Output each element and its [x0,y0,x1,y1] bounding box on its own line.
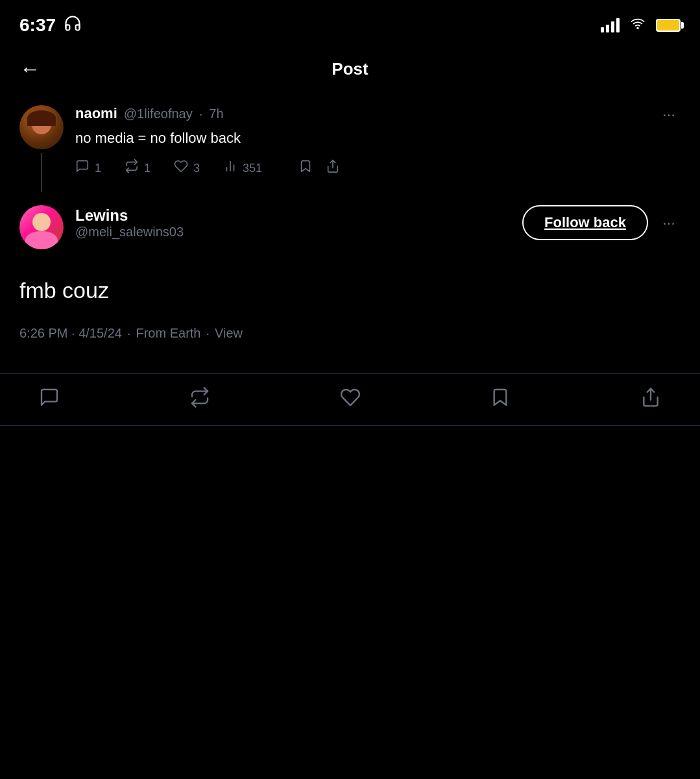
view-label[interactable]: View [215,326,243,341]
signal-bar-1 [601,27,604,32]
thread-line [41,153,42,192]
svg-point-0 [637,27,638,29]
reply-user-info: Lewins @meli_salewins03 Follow back ··· [75,205,681,243]
bottom-action-bar [0,373,700,426]
bottom-bookmark-button[interactable] [490,387,511,412]
meta-separator-2: · [206,326,210,341]
wifi-icon [629,16,647,34]
nav-header: ← Post [0,45,700,92]
meta-separator-1: · [127,326,131,341]
reply-count: 1 [95,162,101,175]
battery-icon [656,19,681,32]
share-button[interactable] [326,159,340,177]
post-location: From Earth [136,326,200,341]
bottom-reply-button[interactable] [39,387,60,412]
bottom-share-button[interactable] [640,387,661,412]
battery-body [656,19,681,32]
reply-right: Follow back ··· [522,205,681,240]
reply-user-left: Lewins @meli_salewins03 [75,206,184,240]
tweet-user-info: naomi @1lifeofnay · 7h [75,105,224,122]
avatar-col [19,105,64,192]
avatar-naomi[interactable] [19,105,64,149]
tweet-header: naomi @1lifeofnay · 7h ··· [75,105,681,123]
reply-icon [75,159,90,177]
views-count: 351 [243,162,262,175]
main-post-meta: 6:26 PM · 4/15/24 · From Earth · View [19,326,681,341]
time-display: 6:37 [19,15,56,36]
reply-header: Lewins @meli_salewins03 Follow back ··· [75,205,681,240]
like-button[interactable]: 3 [174,159,200,177]
signal-bar-4 [616,18,620,32]
status-left: 6:37 [19,14,82,37]
reply-handle: @meli_salewins03 [75,225,184,240]
avatar-lewins[interactable] [19,205,64,249]
status-bar: 6:37 [0,0,700,45]
post-container: naomi @1lifeofnay · 7h ··· no media = no… [0,92,700,249]
signal-bars-icon [601,18,620,32]
signal-bar-3 [611,21,614,32]
headphone-icon [64,14,82,37]
reply-more-options-button[interactable]: ··· [657,214,681,232]
like-count: 3 [193,162,200,175]
follow-back-button[interactable]: Follow back [522,205,648,240]
like-icon [174,159,188,177]
original-tweet-text: no media = no follow back [75,127,681,149]
retweet-count: 1 [144,162,151,175]
reply-button[interactable]: 1 [75,159,101,177]
original-username: naomi [75,105,117,122]
bookmark-button[interactable] [298,159,313,177]
original-time-value: 7h [209,106,223,121]
original-time: · [199,106,203,121]
views-button[interactable]: 351 [223,159,262,177]
bottom-retweet-button[interactable] [189,387,210,412]
main-post-text: fmb couz [19,275,681,306]
tweet-content: naomi @1lifeofnay · 7h ··· no media = no… [75,105,681,192]
signal-bar-2 [606,25,609,32]
reply-username: Lewins [75,206,184,225]
original-tweet: naomi @1lifeofnay · 7h ··· no media = no… [19,105,681,192]
back-button[interactable]: ← [19,57,40,81]
reply-tweet: Lewins @meli_salewins03 Follow back ··· [19,205,681,249]
original-action-bar: 1 1 [75,159,681,177]
views-icon [223,159,237,177]
post-timestamp: 6:26 PM · 4/15/24 [19,326,122,341]
bottom-like-button[interactable] [340,387,361,412]
original-handle: @1lifeofnay [124,106,193,121]
status-right [601,16,681,34]
original-more-options-button[interactable]: ··· [657,105,681,123]
retweet-button[interactable]: 1 [125,159,151,177]
main-post-content: fmb couz 6:26 PM · 4/15/24 · From Earth … [0,256,700,373]
retweet-icon [125,159,139,177]
page-title: Post [332,59,368,79]
